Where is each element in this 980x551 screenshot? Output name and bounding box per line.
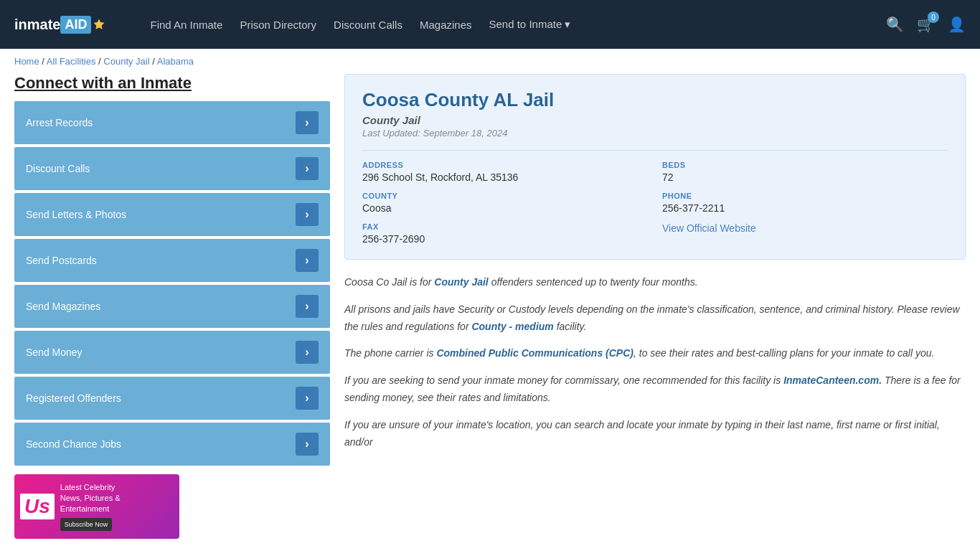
sidebar-item-label: Registered Offenders [26,392,121,404]
arrow-icon: › [296,249,319,272]
beds-block: BEDS 72 [662,161,948,183]
nav-discount-calls[interactable]: Discount Calls [325,13,411,37]
fax-label: FAX [362,222,648,231]
sidebar-item-send-money[interactable]: Send Money › [14,331,330,374]
user-icon[interactable]: 👤 [948,16,966,33]
sidebar-item-label: Arrest Records [26,117,93,128]
desc-para2-post: facility. [554,321,587,332]
arrow-icon: › [296,157,319,180]
county-medium-link[interactable]: County - medium [471,321,553,332]
ad-subline: News, Pictures & [60,493,121,504]
search-icon[interactable]: 🔍 [886,16,904,33]
address-block: ADDRESS 296 School St, Rockford, AL 3513… [362,161,648,183]
desc-para4: If you are seeking to send your inmate m… [344,372,966,407]
address-label: ADDRESS [362,161,648,169]
ad-text: Latest Celebrity News, Pictures & Entert… [60,482,121,532]
fax-block: FAX 256-377-2690 [362,222,648,245]
desc-para1: Coosa Co Jail is for County Jail offende… [344,274,966,291]
fax-value: 256-377-2690 [362,233,648,245]
sidebar-item-label: Send Postcards [26,255,97,266]
sidebar-item-arrest-records[interactable]: Arrest Records › [14,101,330,144]
sidebar-item-send-postcards[interactable]: Send Postcards › [14,239,330,282]
ad-logo: Us [20,494,55,519]
header-icons: 🔍 🛒 0 👤 [886,16,966,33]
cpc-link[interactable]: Combined Public Communications (CPC) [436,347,633,359]
breadcrumb: Home / All Facilities / County Jail / Al… [0,49,980,74]
sidebar-item-label: Second Chance Jobs [26,438,121,450]
desc-para2-text: All prisons and jails have Security or C… [344,303,960,332]
cart-icon[interactable]: 🛒 0 [917,16,935,33]
ad-subscribe[interactable]: Subscribe Now [60,518,113,532]
facility-card: Coosa County AL Jail County Jail Last Up… [344,74,966,260]
county-value: Coosa [362,202,648,214]
sidebar-item-second-chance-jobs[interactable]: Second Chance Jobs › [14,423,330,466]
desc-para4-pre: If you are seeking to send your inmate m… [344,375,783,386]
desc-para3-post: , to see their rates and best-calling pl… [633,347,934,359]
facility-description: Coosa Co Jail is for County Jail offende… [344,274,966,451]
nav-magazines[interactable]: Magazines [411,13,481,37]
advertisement[interactable]: Us Latest Celebrity News, Pictures & Ent… [14,474,179,539]
breadcrumb-home[interactable]: Home [14,56,39,67]
sidebar-item-registered-offenders[interactable]: Registered Offenders › [14,377,330,420]
sidebar-title: Connect with an Inmate [14,74,330,93]
facility-name: Coosa County AL Jail [362,89,948,111]
desc-para3: The phone carrier is Combined Public Com… [344,345,966,362]
facility-updated: Last Updated: September 18, 2024 [362,128,948,138]
desc-para3-pre: The phone carrier is [344,347,436,359]
breadcrumb-all-facilities[interactable]: All Facilities [47,56,96,67]
desc-para5: If you are unsure of your inmate's locat… [344,417,966,451]
phone-block: PHONE 256-377-2211 [662,192,948,214]
logo[interactable]: inmateAID [14,16,105,34]
arrow-icon: › [296,433,319,456]
cart-badge: 0 [928,11,939,23]
sidebar-item-send-letters[interactable]: Send Letters & Photos › [14,193,330,236]
breadcrumb-county-jail[interactable]: County Jail [103,56,149,67]
main-layout: Connect with an Inmate Arrest Records › … [0,74,980,551]
inmate-canteen-link[interactable]: InmateCanteen.com. [783,375,882,386]
county-jail-link[interactable]: County Jail [434,276,488,288]
nav-find-inmate[interactable]: Find An Inmate [141,13,231,37]
sidebar-item-label: Discount Calls [26,163,90,174]
arrow-icon: › [296,295,319,318]
view-official-website-link[interactable]: View Official Website [662,222,756,234]
logo-aid: AID [60,16,91,34]
arrow-icon: › [296,111,319,134]
desc-para1-post: offenders sentenced up to twenty four mo… [489,276,698,288]
ad-headline: Latest Celebrity [60,482,121,493]
website-block: View Official Website [662,222,948,245]
sidebar-item-discount-calls[interactable]: Discount Calls › [14,147,330,190]
desc-para2: All prisons and jails have Security or C… [344,301,966,336]
main-content: Coosa County AL Jail County Jail Last Up… [344,74,966,539]
arrow-icon: › [296,387,319,410]
main-nav: Find An Inmate Prison Directory Discount… [141,12,579,37]
arrow-icon: › [296,203,319,226]
breadcrumb-state[interactable]: Alabama [157,56,194,67]
logo-inmate: inmate [14,17,60,33]
sidebar-item-label: Send Magazines [26,301,100,312]
logo-icon [93,18,105,31]
arrow-icon: › [296,341,319,364]
sidebar-item-label: Send Letters & Photos [26,209,126,220]
nav-send-to-inmate[interactable]: Send to Inmate ▾ [481,12,580,37]
ad-subline2: Entertainment [60,504,121,514]
address-value: 296 School St, Rockford, AL 35136 [362,171,648,183]
nav-prison-directory[interactable]: Prison Directory [231,13,325,37]
phone-value: 256-377-2211 [662,202,948,214]
beds-label: BEDS [662,161,948,169]
sidebar: Connect with an Inmate Arrest Records › … [14,74,330,539]
facility-details: ADDRESS 296 School St, Rockford, AL 3513… [362,150,948,245]
beds-value: 72 [662,171,948,183]
county-label: COUNTY [362,192,648,200]
county-block: COUNTY Coosa [362,192,648,214]
site-header: inmateAID Find An Inmate Prison Director… [0,0,980,49]
facility-type: County Jail [362,114,948,126]
phone-label: PHONE [662,192,948,200]
sidebar-item-send-magazines[interactable]: Send Magazines › [14,285,330,328]
sidebar-item-label: Send Money [26,347,83,358]
desc-para1-pre: Coosa Co Jail is for [344,276,434,288]
